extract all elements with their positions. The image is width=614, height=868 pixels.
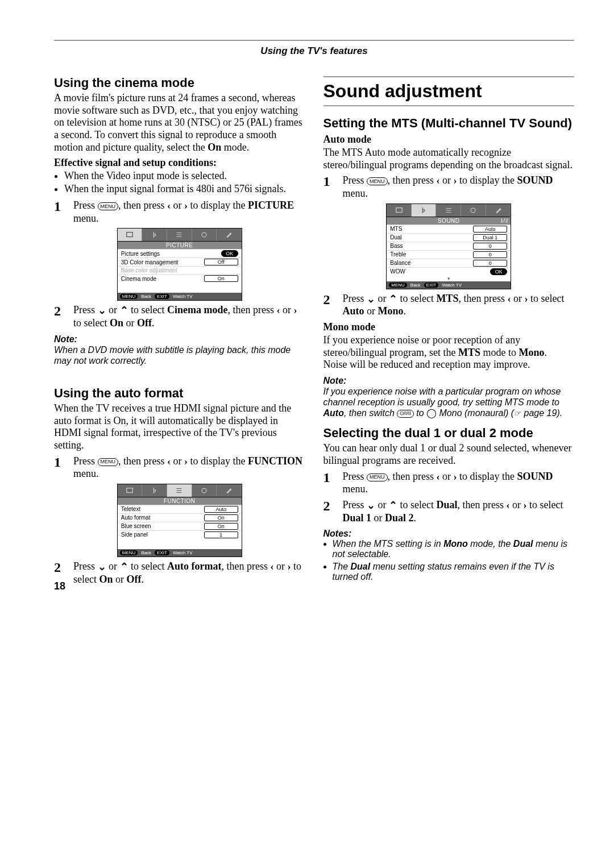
up-arrow-icon: ⌃ <box>389 293 397 305</box>
tab-wrench-icon <box>217 484 242 497</box>
tab-picture-icon <box>118 229 143 241</box>
cinema-heading: Using the cinema mode <box>54 76 305 90</box>
t: Off <box>137 317 152 329</box>
menu-button-icon: MENU <box>367 474 388 481</box>
t: or <box>123 317 137 329</box>
exit-tag: EXIT <box>424 283 439 288</box>
tab-function-icon <box>167 484 192 497</box>
exit-tag: EXIT <box>155 550 169 555</box>
menu-button-icon: MENU <box>367 177 388 185</box>
t: Mono <box>378 305 404 317</box>
osd-row-label: Side panel <box>121 531 204 538</box>
t: Press <box>343 175 367 186</box>
osd-row: Blue screenOn <box>118 522 242 530</box>
step-number: 2 <box>54 304 68 329</box>
tab-sound-icon <box>412 204 437 217</box>
svg-point-1 <box>202 232 206 237</box>
t: If you experience noise with a particula… <box>323 387 561 407</box>
t: Back <box>141 550 151 555</box>
osd-row: Base color adjustment <box>118 266 242 274</box>
osd-row-value: On <box>204 514 238 521</box>
osd-row-value: 0 <box>473 243 507 250</box>
tab-picture-icon <box>118 484 143 497</box>
t: to select <box>397 499 436 510</box>
tab-sound-icon <box>142 484 167 497</box>
t: or <box>440 175 454 186</box>
step-number: 1 <box>54 455 68 480</box>
audio-button-icon: O/I/II <box>397 410 414 418</box>
notes-heading: Notes: <box>323 529 575 539</box>
t: or <box>171 455 184 467</box>
t: When the MTS setting is in <box>333 539 444 549</box>
auto-step-2: Press ⌄ or ⌃ to select Auto format, then… <box>73 560 305 585</box>
t: menu. <box>73 468 99 479</box>
t: Auto <box>323 408 344 418</box>
osd-rows: TeletextAutoAuto formatOnBlue screenOnSi… <box>118 505 242 539</box>
osd-row: DualDual 1 <box>387 233 511 242</box>
t: or <box>375 499 389 510</box>
svg-rect-0 <box>127 232 133 237</box>
t: . <box>152 317 155 329</box>
t: Noise will be reduced and reception may … <box>323 359 530 370</box>
osd-row-value: 1 <box>204 531 238 538</box>
mts-step-2: Press ⌄ or ⌃ to select MTS, then press ‹… <box>343 293 575 318</box>
cinema-step-2: Press ⌄ or ⌃ to select Cinema mode, then… <box>73 304 305 329</box>
tab-setup-icon <box>461 204 486 217</box>
text: A movie film's picture runs at 24 frames… <box>54 92 302 152</box>
osd-row-value: OK <box>490 268 507 275</box>
osd-row-value: Dual 1 <box>473 234 507 241</box>
t: Press <box>73 560 98 572</box>
t: Back <box>141 294 151 299</box>
tab-picture-icon <box>387 204 412 217</box>
t: or <box>510 499 524 510</box>
t: or <box>113 574 127 585</box>
osd-row-label: Auto format <box>121 514 204 521</box>
t: to select <box>73 317 110 329</box>
t: Dual <box>437 499 458 510</box>
up-arrow-icon: ⌃ <box>120 561 128 572</box>
osd-row-label: WOW <box>390 268 490 275</box>
down-indicator-icon: ▾ <box>387 276 511 281</box>
menu-button-icon: MENU <box>98 458 119 466</box>
text: mode. <box>221 142 249 153</box>
cond-2: When the input signal format is 480i and… <box>64 183 305 195</box>
t: On <box>99 574 113 585</box>
t: , then press <box>221 560 270 572</box>
tab-setup-icon <box>192 484 217 497</box>
osd-row-value: On <box>204 275 238 282</box>
t: Mono <box>443 539 468 549</box>
tab-setup-icon <box>192 229 217 241</box>
osd-title: FUNCTION <box>118 497 242 505</box>
t: Mono (monaural) ( <box>437 408 514 418</box>
t: to select <box>397 293 436 304</box>
t: Auto format <box>167 560 221 572</box>
auto-mode-heading: Auto mode <box>323 134 575 146</box>
osd-row: WOWOK <box>387 267 511 276</box>
t: MTS <box>458 347 480 358</box>
t: menu. <box>343 188 368 199</box>
osd-footer: MENUBack EXITWatch TV <box>387 281 511 289</box>
cinema-paragraph: A movie film's picture runs at 24 frames… <box>54 92 305 153</box>
t: , then press <box>118 455 167 467</box>
step-number: 1 <box>323 175 337 200</box>
svg-rect-2 <box>127 488 133 493</box>
t: Dual 2 <box>385 512 414 524</box>
t: The <box>333 562 351 571</box>
osd-row-value: OK <box>221 250 238 257</box>
osd-row-value: Off <box>204 259 238 265</box>
t: Press <box>343 471 367 482</box>
t: SOUND <box>517 471 553 482</box>
osd-page-count: 1/2 <box>500 218 508 223</box>
t: Watch TV <box>442 283 462 288</box>
t: PICTURE <box>248 200 294 211</box>
t: Press <box>343 499 367 510</box>
t: . <box>544 347 547 358</box>
t: Press <box>73 200 98 211</box>
svg-point-5 <box>471 208 475 213</box>
t: menu. <box>343 483 368 495</box>
right-arrow-icon: › <box>293 305 297 317</box>
t: . <box>414 512 417 524</box>
up-arrow-icon: ⌃ <box>120 305 128 317</box>
t: to select <box>527 499 563 510</box>
dual-paragraph: You can hear only dual 1 or dual 2 sound… <box>323 442 575 467</box>
